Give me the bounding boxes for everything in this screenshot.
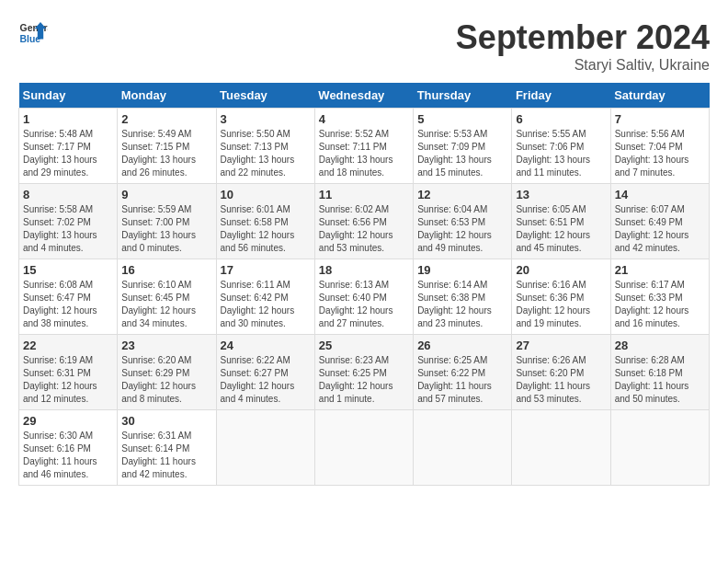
day-info: Sunrise: 5:55 AM Sunset: 7:06 PM Dayligh… [516,128,606,179]
day-number: 15 [23,263,113,277]
day-info: Sunrise: 5:53 AM Sunset: 7:09 PM Dayligh… [417,128,507,179]
day-info: Sunrise: 5:49 AM Sunset: 7:15 PM Dayligh… [121,128,211,179]
day-number: 4 [319,112,409,126]
calendar-table: SundayMondayTuesdayWednesdayThursdayFrid… [18,83,710,486]
day-number: 5 [417,112,507,126]
day-number: 29 [23,414,113,428]
day-info: Sunrise: 5:56 AM Sunset: 7:04 PM Dayligh… [615,128,705,179]
calendar-cell: 12Sunrise: 6:04 AM Sunset: 6:53 PM Dayli… [414,184,512,259]
day-info: Sunrise: 6:08 AM Sunset: 6:47 PM Dayligh… [23,279,113,330]
day-info: Sunrise: 5:58 AM Sunset: 7:02 PM Dayligh… [23,203,113,255]
day-number: 19 [417,263,507,277]
col-header-monday: Monday [118,83,216,109]
day-info: Sunrise: 5:59 AM Sunset: 7:00 PM Dayligh… [121,203,211,255]
day-number: 13 [516,188,606,201]
day-number: 26 [417,339,507,352]
calendar-cell: 3Sunrise: 5:50 AM Sunset: 7:13 PM Daylig… [216,109,314,184]
calendar-row: 29Sunrise: 6:30 AM Sunset: 6:16 PM Dayli… [19,410,710,486]
calendar-cell: 10Sunrise: 6:01 AM Sunset: 6:58 PM Dayli… [216,184,314,259]
calendar-cell: 9Sunrise: 5:59 AM Sunset: 7:00 PM Daylig… [118,184,216,259]
calendar-cell: 18Sunrise: 6:13 AM Sunset: 6:40 PM Dayli… [314,259,413,335]
calendar-cell: 8Sunrise: 5:58 AM Sunset: 7:02 PM Daylig… [19,184,118,259]
calendar-cell: 15Sunrise: 6:08 AM Sunset: 6:47 PM Dayli… [19,259,118,335]
day-info: Sunrise: 5:52 AM Sunset: 7:11 PM Dayligh… [319,128,409,179]
day-info: Sunrise: 5:50 AM Sunset: 7:13 PM Dayligh… [221,128,311,179]
calendar-cell: 20Sunrise: 6:16 AM Sunset: 6:36 PM Dayli… [512,259,610,335]
day-number: 18 [319,263,409,277]
day-number: 17 [221,263,311,277]
calendar-cell: 23Sunrise: 6:20 AM Sunset: 6:29 PM Dayli… [118,335,216,410]
day-number: 14 [615,188,705,201]
day-number: 20 [516,263,606,277]
calendar-cell [610,410,709,486]
day-info: Sunrise: 6:28 AM Sunset: 6:18 PM Dayligh… [615,354,705,406]
day-info: Sunrise: 6:01 AM Sunset: 6:58 PM Dayligh… [221,203,311,255]
calendar-cell: 29Sunrise: 6:30 AM Sunset: 6:16 PM Dayli… [19,410,118,486]
calendar-cell: 5Sunrise: 5:53 AM Sunset: 7:09 PM Daylig… [414,109,512,184]
page-header: General Blue September 2024 Staryi Salti… [18,18,710,74]
col-header-saturday: Saturday [610,83,709,109]
calendar-cell [414,410,512,486]
calendar-cell: 21Sunrise: 6:17 AM Sunset: 6:33 PM Dayli… [610,259,709,335]
day-number: 12 [417,188,507,201]
day-info: Sunrise: 6:04 AM Sunset: 6:53 PM Dayligh… [417,203,507,255]
day-number: 1 [23,112,113,126]
day-info: Sunrise: 6:05 AM Sunset: 6:51 PM Dayligh… [516,203,606,255]
day-info: Sunrise: 6:25 AM Sunset: 6:22 PM Dayligh… [417,354,507,406]
day-info: Sunrise: 6:14 AM Sunset: 6:38 PM Dayligh… [417,279,507,330]
calendar-cell: 22Sunrise: 6:19 AM Sunset: 6:31 PM Dayli… [19,335,118,410]
day-number: 27 [516,339,606,352]
day-info: Sunrise: 6:26 AM Sunset: 6:20 PM Dayligh… [516,354,606,406]
title-block: September 2024 Staryi Saltiv, Ukraine [456,18,710,74]
calendar-row: 1Sunrise: 5:48 AM Sunset: 7:17 PM Daylig… [19,109,710,184]
day-info: Sunrise: 6:17 AM Sunset: 6:33 PM Dayligh… [615,279,705,330]
calendar-cell: 14Sunrise: 6:07 AM Sunset: 6:49 PM Dayli… [610,184,709,259]
day-info: Sunrise: 6:20 AM Sunset: 6:29 PM Dayligh… [121,354,211,406]
calendar-cell: 1Sunrise: 5:48 AM Sunset: 7:17 PM Daylig… [19,109,118,184]
day-info: Sunrise: 6:30 AM Sunset: 6:16 PM Dayligh… [23,430,113,481]
day-number: 8 [23,188,113,201]
logo-icon: General Blue [18,18,48,48]
logo: General Blue [18,18,48,48]
day-number: 25 [319,339,409,352]
day-info: Sunrise: 6:22 AM Sunset: 6:27 PM Dayligh… [221,354,311,406]
calendar-cell: 25Sunrise: 6:23 AM Sunset: 6:25 PM Dayli… [314,335,413,410]
calendar-cell: 11Sunrise: 6:02 AM Sunset: 6:56 PM Dayli… [314,184,413,259]
calendar-cell: 30Sunrise: 6:31 AM Sunset: 6:14 PM Dayli… [118,410,216,486]
header-row: SundayMondayTuesdayWednesdayThursdayFrid… [19,83,710,109]
day-info: Sunrise: 6:13 AM Sunset: 6:40 PM Dayligh… [319,279,409,330]
day-info: Sunrise: 5:48 AM Sunset: 7:17 PM Dayligh… [23,128,113,179]
day-info: Sunrise: 6:11 AM Sunset: 6:42 PM Dayligh… [221,279,311,330]
calendar-cell [512,410,610,486]
col-header-tuesday: Tuesday [216,83,314,109]
calendar-cell: 28Sunrise: 6:28 AM Sunset: 6:18 PM Dayli… [610,335,709,410]
day-number: 21 [615,263,705,277]
day-number: 28 [615,339,705,352]
day-number: 9 [121,188,211,201]
col-header-thursday: Thursday [414,83,512,109]
calendar-cell: 17Sunrise: 6:11 AM Sunset: 6:42 PM Dayli… [216,259,314,335]
col-header-sunday: Sunday [19,83,118,109]
day-number: 16 [121,263,211,277]
calendar-cell [216,410,314,486]
calendar-cell: 2Sunrise: 5:49 AM Sunset: 7:15 PM Daylig… [118,109,216,184]
location: Staryi Saltiv, Ukraine [456,57,710,74]
day-number: 2 [121,112,211,126]
day-number: 22 [23,339,113,352]
day-number: 30 [121,414,211,428]
calendar-row: 15Sunrise: 6:08 AM Sunset: 6:47 PM Dayli… [19,259,710,335]
calendar-cell: 24Sunrise: 6:22 AM Sunset: 6:27 PM Dayli… [216,335,314,410]
calendar-cell: 13Sunrise: 6:05 AM Sunset: 6:51 PM Dayli… [512,184,610,259]
day-info: Sunrise: 6:23 AM Sunset: 6:25 PM Dayligh… [319,354,409,406]
calendar-row: 8Sunrise: 5:58 AM Sunset: 7:02 PM Daylig… [19,184,710,259]
calendar-cell: 6Sunrise: 5:55 AM Sunset: 7:06 PM Daylig… [512,109,610,184]
day-info: Sunrise: 6:16 AM Sunset: 6:36 PM Dayligh… [516,279,606,330]
col-header-friday: Friday [512,83,610,109]
col-header-wednesday: Wednesday [314,83,413,109]
day-number: 10 [221,188,311,201]
calendar-cell: 7Sunrise: 5:56 AM Sunset: 7:04 PM Daylig… [610,109,709,184]
day-number: 24 [221,339,311,352]
calendar-cell: 19Sunrise: 6:14 AM Sunset: 6:38 PM Dayli… [414,259,512,335]
day-number: 11 [319,188,409,201]
day-number: 23 [121,339,211,352]
